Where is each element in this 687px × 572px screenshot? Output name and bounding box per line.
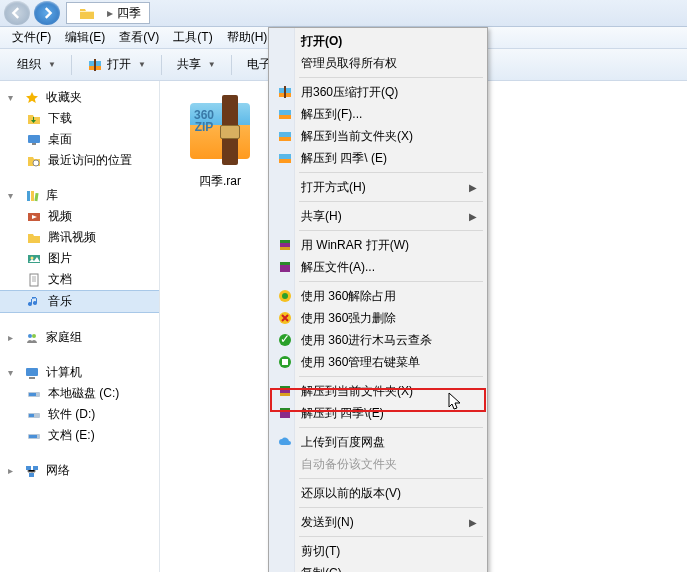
cm-360-unlock[interactable]: 使用 360解除占用 [271, 285, 485, 307]
sidebar-item-tencent-video[interactable]: 腾讯视频 [0, 227, 159, 248]
svg-rect-32 [279, 137, 291, 141]
sidebar-homegroup-header[interactable]: ▸ 家庭组 [0, 327, 159, 348]
cm-share[interactable]: 共享(H)▶ [271, 205, 485, 227]
cm-cut[interactable]: 剪切(T) [271, 540, 485, 562]
svg-rect-12 [30, 274, 38, 286]
cm-auto-backup: 自动备份该文件夹 [271, 453, 485, 475]
cm-run-as-admin[interactable]: 管理员取得所有权 [271, 52, 485, 74]
sidebar-computer-header[interactable]: ▾ 计算机 [0, 362, 159, 383]
cm-open-with[interactable]: 打开方式(H)▶ [271, 176, 485, 198]
360-icon: ✓ [277, 332, 293, 348]
winrar-icon [277, 237, 293, 253]
nav-back-button[interactable] [4, 1, 30, 25]
desktop-icon [26, 132, 42, 148]
sidebar-item-music[interactable]: 音乐 [0, 290, 159, 313]
breadcrumb-current[interactable]: 四季 [117, 5, 141, 22]
folder-icon [26, 230, 42, 246]
expand-icon: ▸ [8, 465, 18, 476]
sidebar-favorites-header[interactable]: ▾ 收藏夹 [0, 87, 159, 108]
cm-extract-to[interactable]: 解压到(F)... [271, 103, 485, 125]
svg-rect-18 [29, 393, 36, 396]
sidebar-item-drive-d[interactable]: 软件 (D:) [0, 404, 159, 425]
music-icon [26, 294, 42, 310]
sidebar-item-documents[interactable]: 文档 [0, 269, 159, 290]
svg-rect-16 [29, 377, 35, 379]
svg-rect-15 [26, 368, 38, 376]
cm-extract-here-360[interactable]: 解压到当前文件夹(X) [271, 125, 485, 147]
cm-extract-to-folder-360[interactable]: 解压到 四季\ (E) [271, 147, 485, 169]
cm-extract-to-folder-rar[interactable]: 解压到 四季\(E) [271, 402, 485, 424]
cm-360-trojan-scan[interactable]: ✓使用 360进行木马云查杀 [271, 329, 485, 351]
svg-point-5 [33, 160, 39, 166]
homegroup-icon [24, 330, 40, 346]
menu-tools[interactable]: 工具(T) [167, 27, 218, 48]
pictures-icon [26, 251, 42, 267]
dropdown-icon: ▼ [48, 60, 56, 69]
svg-rect-28 [284, 86, 286, 98]
archive-icon [87, 57, 103, 73]
menu-help[interactable]: 帮助(H) [221, 27, 274, 48]
sidebar: ▾ 收藏夹 下载 桌面 最近访问的位置 ▾ 库 视频 腾讯视频 图片 文档 音乐… [0, 81, 160, 572]
svg-rect-4 [32, 143, 36, 145]
submenu-arrow-icon: ▶ [469, 211, 477, 222]
breadcrumb[interactable]: ▸ 四季 [66, 2, 150, 24]
context-menu: 打开(O) 管理员取得所有权 用360压缩打开(Q) 解压到(F)... 解压到… [268, 27, 488, 572]
sidebar-item-videos[interactable]: 视频 [0, 206, 159, 227]
cm-open-winrar[interactable]: 用 WinRAR 打开(W) [271, 234, 485, 256]
svg-rect-46 [282, 359, 288, 365]
submenu-arrow-icon: ▶ [469, 517, 477, 528]
sidebar-item-downloads[interactable]: 下载 [0, 108, 159, 129]
libraries-icon [24, 188, 40, 204]
cm-send-to[interactable]: 发送到(N)▶ [271, 511, 485, 533]
360zip-icon [277, 150, 293, 166]
sidebar-item-drive-c[interactable]: 本地磁盘 (C:) [0, 383, 159, 404]
cm-restore[interactable]: 还原以前的版本(V) [271, 482, 485, 504]
titlebar: ▸ 四季 [0, 0, 687, 27]
sidebar-item-pictures[interactable]: 图片 [0, 248, 159, 269]
file-name: 四季.rar [174, 173, 266, 190]
sidebar-homegroup: ▸ 家庭组 [0, 327, 159, 348]
file-item[interactable]: 360ZIP 四季.rar [174, 95, 266, 190]
svg-rect-51 [280, 408, 290, 411]
collapse-icon: ▾ [8, 92, 18, 103]
organize-button[interactable]: 组织▼ [8, 52, 65, 77]
svg-rect-30 [279, 115, 291, 119]
sidebar-item-recent[interactable]: 最近访问的位置 [0, 150, 159, 171]
svg-point-13 [28, 334, 32, 338]
svg-rect-23 [26, 466, 31, 470]
documents-icon [26, 272, 42, 288]
sidebar-libraries-header[interactable]: ▾ 库 [0, 185, 159, 206]
sidebar-network-header[interactable]: ▸ 网络 [0, 460, 159, 481]
cm-extract-here-rar[interactable]: 解压到当前文件夹(X) [271, 380, 485, 402]
share-button[interactable]: 共享▼ [168, 52, 225, 77]
svg-rect-20 [29, 414, 34, 417]
cm-360-force-delete[interactable]: 使用 360强力删除 [271, 307, 485, 329]
chevron-right-icon: ▸ [107, 6, 113, 20]
360zip-icon [277, 84, 293, 100]
menu-file[interactable]: 文件(F) [6, 27, 57, 48]
cm-open[interactable]: 打开(O) [271, 30, 485, 52]
dropdown-icon: ▼ [138, 60, 146, 69]
menu-edit[interactable]: 编辑(E) [59, 27, 111, 48]
collapse-icon: ▾ [8, 190, 18, 201]
cm-copy[interactable]: 复制(C) [271, 562, 485, 572]
cm-open-360zip[interactable]: 用360压缩打开(Q) [271, 81, 485, 103]
collapse-icon: ▾ [8, 367, 18, 378]
sidebar-favorites: ▾ 收藏夹 下载 桌面 最近访问的位置 [0, 87, 159, 171]
cm-extract-files[interactable]: 解压文件(A)... [271, 256, 485, 278]
svg-rect-37 [280, 247, 290, 250]
cm-360-manage-menu[interactable]: 使用 360管理右键菜单 [271, 351, 485, 373]
winrar-icon [277, 259, 293, 275]
expand-icon: ▸ [8, 332, 18, 343]
svg-rect-24 [33, 466, 38, 470]
nav-forward-button[interactable] [34, 1, 60, 25]
cm-upload-baidu[interactable]: 上传到百度网盘 [271, 431, 485, 453]
sidebar-item-desktop[interactable]: 桌面 [0, 129, 159, 150]
computer-icon [24, 365, 40, 381]
360-icon [277, 288, 293, 304]
menu-view[interactable]: 查看(V) [113, 27, 165, 48]
open-button[interactable]: 打开▼ [78, 52, 155, 77]
svg-rect-39 [280, 262, 290, 265]
sidebar-item-drive-e[interactable]: 文档 (E:) [0, 425, 159, 446]
sidebar-libraries: ▾ 库 视频 腾讯视频 图片 文档 音乐 [0, 185, 159, 313]
